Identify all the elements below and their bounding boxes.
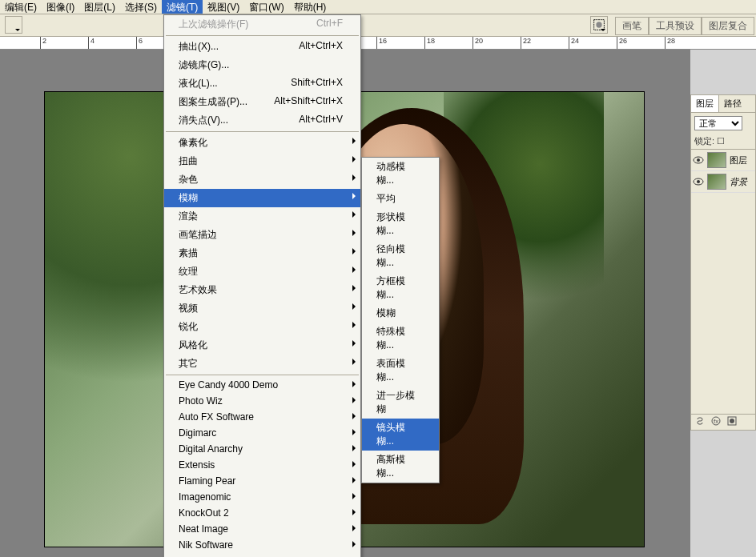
options-bar: 画笔工具预设图层复合 [0, 14, 756, 37]
menu-item[interactable]: 抽出(X)...Alt+Ctrl+X [164, 38, 360, 56]
menu-item[interactable]: 扭曲 [164, 152, 360, 170]
menu-item-label: 锐化 [179, 320, 198, 334]
ruler-tick: 20 [472, 37, 483, 50]
tool-preset-icon[interactable] [5, 16, 22, 34]
menu-item[interactable]: 进一步模糊 [362, 387, 439, 419]
menubar-item[interactable]: 帮助(H) [289, 0, 332, 14]
panel-footer: fx [691, 414, 755, 430]
menu-item[interactable]: 杂色 [164, 170, 360, 189]
blend-mode-select[interactable]: 正常 [694, 116, 742, 130]
menu-item-label: Eye Candy 4000 Demo [179, 379, 278, 391]
layer-name: 图层 [730, 154, 747, 166]
submenu-arrow-icon [352, 230, 356, 236]
menu-item[interactable]: 方框模糊... [362, 272, 439, 304]
menu-item-label: KnockOut 2 [179, 507, 229, 519]
menu-item[interactable]: onOne [164, 553, 360, 557]
submenu-arrow-icon [352, 477, 356, 483]
menubar-item[interactable]: 图层(L) [79, 0, 120, 14]
menu-item[interactable]: 模糊 [362, 304, 439, 323]
ruler-tick: 2 [40, 37, 46, 50]
menu-item[interactable]: Extensis [164, 457, 360, 473]
visibility-icon[interactable] [693, 177, 704, 186]
menu-item[interactable]: 动感模糊... [362, 158, 439, 190]
menu-item[interactable]: 模糊 [164, 189, 360, 207]
menu-item[interactable]: 渲染 [164, 207, 360, 226]
menu-item[interactable]: 画笔描边 [164, 226, 360, 244]
tab-layers[interactable]: 图层 [691, 95, 719, 112]
layer-thumbnail [707, 152, 726, 168]
menu-item[interactable]: KnockOut 2 [164, 505, 360, 521]
ruler-tick: 26 [617, 37, 627, 50]
layer-mask-icon[interactable] [726, 415, 738, 430]
menu-item[interactable]: 滤镜库(G)... [164, 56, 360, 74]
menu-item[interactable]: 形状模糊... [362, 208, 439, 240]
menu-item[interactable]: 艺术效果 [164, 281, 360, 299]
menubar-item[interactable]: 滤镜(T) [162, 0, 203, 14]
panel-tabs: 图层 路径 [691, 95, 755, 113]
preset-tab[interactable]: 图层复合 [702, 17, 754, 35]
menu-item[interactable]: 高斯模糊... [362, 451, 439, 483]
menubar-item[interactable]: 图像(I) [42, 0, 79, 14]
menu-item-label: Photo Wiz [179, 395, 223, 407]
menu-item-label: 画笔描边 [179, 228, 217, 242]
submenu-arrow-icon [352, 211, 356, 218]
menu-item[interactable]: 像素化 [164, 134, 360, 152]
menu-item-label: 表面模糊... [376, 357, 421, 384]
menubar-item[interactable]: 选择(S) [120, 0, 162, 14]
submenu-arrow-icon [352, 493, 356, 499]
menu-item[interactable]: 液化(L)...Shift+Ctrl+X [164, 74, 360, 93]
menu-item[interactable]: Flaming Pear [164, 473, 360, 489]
tab-paths[interactable]: 路径 [719, 95, 746, 112]
menu-item[interactable]: 消失点(V)...Alt+Ctrl+V [164, 111, 360, 130]
menu-item[interactable]: 镜头模糊... [362, 419, 439, 451]
menu-item[interactable]: Digimarc [164, 425, 360, 441]
menu-item[interactable]: Photo Wiz [164, 393, 360, 409]
menu-item-label: 抽出(X)... [179, 40, 219, 54]
layer-style-icon[interactable]: fx [710, 415, 722, 430]
menu-item[interactable]: 视频 [164, 299, 360, 318]
menu-item-label: Auto FX Software [179, 411, 254, 423]
menu-item: 上次滤镜操作(F)Ctrl+F [164, 15, 360, 34]
lock-transparency-icon[interactable]: ☐ [717, 136, 725, 146]
submenu-arrow-icon [352, 303, 356, 310]
menu-item[interactable]: 风格化 [164, 336, 360, 355]
menu-item-label: 方框模糊... [376, 274, 421, 302]
menu-item[interactable]: Imagenomic [164, 489, 360, 505]
layer-row[interactable]: 背景 [691, 171, 755, 193]
quick-mask-icon[interactable] [590, 16, 608, 34]
menu-item[interactable]: 平均 [362, 190, 439, 208]
menu-item-label: 液化(L)... [179, 77, 218, 90]
menu-item[interactable]: Eye Candy 4000 Demo [164, 377, 360, 393]
preset-tab[interactable]: 画笔 [615, 17, 649, 35]
menu-item[interactable]: 图案生成器(P)...Alt+Shift+Ctrl+X [164, 93, 360, 111]
menu-item[interactable]: 素描 [164, 244, 360, 262]
menu-item-label: Nik Software [179, 539, 233, 551]
menubar-item[interactable]: 视图(V) [203, 0, 244, 14]
submenu-arrow-icon [352, 248, 356, 254]
menu-item-label: 视频 [179, 302, 198, 315]
menu-item-label: 图案生成器(P)... [179, 95, 247, 109]
link-layers-icon[interactable] [694, 415, 706, 430]
menubar-item[interactable]: 窗口(W) [244, 0, 288, 14]
menu-item[interactable]: Nik Software [164, 537, 360, 553]
menu-item[interactable]: 特殊模糊... [362, 323, 439, 355]
menubar-item[interactable]: 编辑(E) [0, 0, 42, 14]
layer-row[interactable]: 图层 [691, 150, 755, 171]
menu-item-label: 动感模糊... [376, 160, 421, 187]
menu-item[interactable]: Auto FX Software [164, 409, 360, 425]
submenu-arrow-icon [352, 285, 356, 291]
menu-item[interactable]: Digital Anarchy [164, 441, 360, 457]
preset-tab[interactable]: 工具预设 [649, 17, 702, 35]
layer-thumbnail [707, 174, 726, 190]
menu-item[interactable]: 径向模糊... [362, 240, 439, 272]
submenu-arrow-icon [352, 397, 356, 403]
menu-item[interactable]: 纹理 [164, 262, 360, 281]
menu-item[interactable]: 其它 [164, 355, 360, 373]
menu-item-label: 高斯模糊... [376, 453, 421, 480]
ruler-tick: 18 [424, 37, 435, 50]
visibility-icon[interactable] [693, 155, 704, 165]
menu-item[interactable]: 锐化 [164, 318, 360, 336]
menu-item-shortcut: Alt+Shift+Ctrl+X [274, 95, 343, 109]
menu-item[interactable]: 表面模糊... [362, 355, 439, 387]
menu-item[interactable]: Neat Image [164, 521, 360, 537]
